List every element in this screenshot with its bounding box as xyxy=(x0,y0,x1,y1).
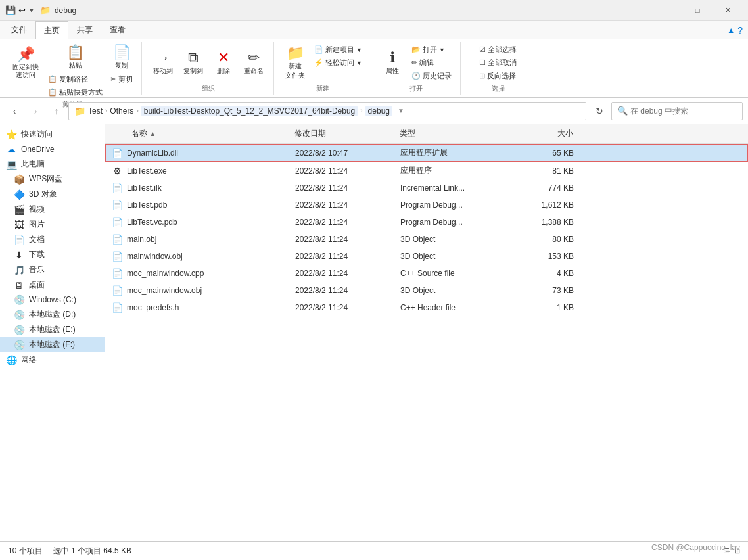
sidebar-item-network[interactable]: 🌐 网络 xyxy=(0,352,105,367)
select-label: 选择 xyxy=(492,83,505,93)
search-input[interactable] xyxy=(630,106,737,116)
breadcrumb-build[interactable]: build-LibTest-Desktop_Qt_5_12_2_MSVC2017… xyxy=(141,106,358,116)
ribbon-tabs: 文件 主页 共享 查看 ▲ ? xyxy=(0,21,748,39)
sidebar-label-f: 本地磁盘 (F:) xyxy=(29,339,75,350)
breadcrumb-others[interactable]: Others xyxy=(110,106,133,116)
quick-access-icon: ⭐ xyxy=(5,129,17,140)
maximize-button[interactable]: □ xyxy=(682,0,713,21)
forward-button[interactable]: › xyxy=(26,102,45,120)
deselect-all-button[interactable]: ☐ 全部取消 xyxy=(476,57,520,69)
sidebar-item-desktop[interactable]: 🖥 桌面 xyxy=(0,277,105,292)
file-row[interactable]: 📄 LibTest.ilk 2022/8/2 11:24 Incremental… xyxy=(105,179,748,197)
file-row[interactable]: 📄 main.obj 2022/8/2 11:24 3D Object 80 K… xyxy=(105,231,748,248)
ribbon-help-icon[interactable]: ? xyxy=(737,25,743,35)
open-label: 打开 xyxy=(409,83,423,93)
paste-shortcut-button[interactable]: 📋 粘贴快捷方式 xyxy=(45,86,106,99)
address-bar[interactable]: 📁 Test › Others › build-LibTest-Desktop_… xyxy=(68,102,586,120)
breadcrumb-test-label: Test xyxy=(88,106,103,116)
copy-button[interactable]: 📄 复制 xyxy=(107,43,136,72)
sidebar-item-documents[interactable]: 📄 文档 xyxy=(0,232,105,247)
title-bar-controls: ─ □ ✕ xyxy=(652,0,743,21)
sidebar-item-quick-access[interactable]: ⭐ 快速访问 xyxy=(0,127,105,142)
paste-button[interactable]: 📋 粘贴 xyxy=(45,43,106,72)
paste-label: 粘贴 xyxy=(69,61,82,70)
invert-selection-button[interactable]: ⊞ 反向选择 xyxy=(476,70,520,82)
file-row[interactable]: 📄 LibTest.pdb 2022/8/2 11:24 Program Deb… xyxy=(105,197,748,214)
column-date[interactable]: 修改日期 xyxy=(289,127,394,141)
file-name: LibTest.pdb xyxy=(127,200,167,210)
file-date: 2022/8/2 11:24 xyxy=(290,182,395,194)
back-button[interactable]: ‹ xyxy=(5,102,24,120)
tab-home[interactable]: 主页 xyxy=(35,21,68,39)
column-type[interactable]: 类型 xyxy=(394,127,513,141)
sidebar-item-3d[interactable]: 🔷 3D 对象 xyxy=(0,187,105,202)
sidebar-item-downloads[interactable]: ⬇ 下载 xyxy=(0,247,105,262)
quick-save-icon[interactable]: 💾 xyxy=(5,5,16,15)
delete-button[interactable]: ✕ 删除 xyxy=(209,43,238,83)
column-size[interactable]: 大小 xyxy=(513,127,578,141)
tab-file[interactable]: 文件 xyxy=(3,21,35,39)
history-button[interactable]: 🕐 历史记录 xyxy=(408,70,455,82)
easy-access-button[interactable]: ⚡ 轻松访问 ▼ xyxy=(311,57,365,69)
new-item-button[interactable]: 📄 新建项目 ▼ xyxy=(311,43,365,56)
up-button[interactable]: ↑ xyxy=(47,102,66,120)
file-date: 2022/8/2 10:47 xyxy=(290,147,395,159)
quick-undo-icon[interactable]: ↩ xyxy=(18,5,26,15)
copy-path-button[interactable]: 📋 复制路径 xyxy=(45,73,106,85)
sidebar-item-e[interactable]: 💿 本地磁盘 (E:) xyxy=(0,322,105,337)
rename-button[interactable]: ✏ 重命名 xyxy=(239,43,268,83)
cut-button[interactable]: ✂ 剪切 xyxy=(107,73,136,85)
refresh-button[interactable]: ↻ xyxy=(590,102,609,120)
pin-to-quick-access-button[interactable]: 📌 固定到快速访问 xyxy=(8,43,43,83)
minimize-button[interactable]: ─ xyxy=(652,0,682,21)
open-button[interactable]: 📂 打开 ▼ xyxy=(408,43,455,56)
tab-share[interactable]: 共享 xyxy=(68,21,101,39)
file-name: main.obj xyxy=(127,235,156,244)
file-size: 73 KB xyxy=(513,285,579,296)
file-row[interactable]: ⚙ LibTest.exe 2022/8/2 11:24 应用程序 81 KB xyxy=(105,162,748,179)
file-row[interactable]: 📄 LibTest.vc.pdb 2022/8/2 11:24 Program … xyxy=(105,214,748,231)
sidebar-item-video[interactable]: 🎬 视频 xyxy=(0,202,105,217)
move-to-button[interactable]: → 移动到 xyxy=(149,43,177,83)
breadcrumb-debug[interactable]: debug xyxy=(365,106,392,116)
open-label: 打开 xyxy=(423,45,437,55)
column-name[interactable]: 名称 ▲ xyxy=(105,127,289,141)
select-all-button[interactable]: ☑ 全部选择 xyxy=(476,43,520,56)
file-row[interactable]: 📄 mainwindow.obj 2022/8/2 11:24 3D Objec… xyxy=(105,248,748,265)
edit-button[interactable]: ✏ 编辑 xyxy=(408,57,455,69)
sidebar-item-d[interactable]: 💿 本地磁盘 (D:) xyxy=(0,307,105,322)
window-icon: 📁 xyxy=(40,5,51,15)
sidebar-item-f[interactable]: 💿 本地磁盘 (F:) xyxy=(0,337,105,352)
delete-icon: ✕ xyxy=(218,51,229,65)
close-button[interactable]: ✕ xyxy=(713,0,743,21)
search-box[interactable]: 🔍 xyxy=(611,102,743,120)
breadcrumb-test[interactable]: Test xyxy=(88,106,103,116)
file-row[interactable]: 📄 moc_mainwindow.cpp 2022/8/2 11:24 C++ … xyxy=(105,265,748,282)
sidebar-item-music[interactable]: 🎵 音乐 xyxy=(0,262,105,277)
quick-dropdown-icon[interactable]: ▼ xyxy=(28,7,35,14)
breadcrumb-debug-label: debug xyxy=(368,106,390,116)
cut-label: 剪切 xyxy=(118,74,133,84)
sidebar-item-pictures[interactable]: 🖼 图片 xyxy=(0,217,105,232)
file-row[interactable]: 📄 moc_mainwindow.obj 2022/8/2 11:24 3D O… xyxy=(105,282,748,299)
sidebar-item-wps[interactable]: 📦 WPS网盘 xyxy=(0,172,105,187)
tab-view[interactable]: 查看 xyxy=(101,21,134,39)
sidebar-label-desktop: 桌面 xyxy=(29,279,45,291)
address-dropdown-icon[interactable]: ▼ xyxy=(398,107,404,114)
sep-2: › xyxy=(136,107,138,114)
copy-to-button[interactable]: ⧉ 复制到 xyxy=(179,43,208,83)
ribbon-group-clipboard: 📌 固定到快速访问 📋 粘贴 📋 复制路径 📋 粘贴快捷方式 xyxy=(3,42,142,95)
dll-icon: 📄 xyxy=(111,148,123,158)
file-name-cell: 📄 moc_mainwindow.cpp xyxy=(106,267,290,280)
properties-button[interactable]: ℹ 属性 xyxy=(378,43,407,83)
new-folder-button[interactable]: 📁 新建文件夹 xyxy=(281,43,310,83)
sidebar-item-c[interactable]: 💿 Windows (C:) xyxy=(0,292,105,307)
sidebar-label-3d: 3D 对象 xyxy=(29,189,57,200)
file-row[interactable]: 📄 DynamicLib.dll 2022/8/2 10:47 应用程序扩展 6… xyxy=(105,144,748,162)
copy-to-icon: ⧉ xyxy=(188,51,199,65)
ribbon-collapse-icon[interactable]: ▲ xyxy=(727,26,735,35)
sidebar-item-onedrive[interactable]: ☁ OneDrive xyxy=(0,142,105,156)
file-row[interactable]: 📄 moc_predefs.h 2022/8/2 11:24 C++ Heade… xyxy=(105,299,748,316)
file-date: 2022/8/2 11:24 xyxy=(290,165,395,177)
sidebar-item-thispc[interactable]: 💻 此电脑 xyxy=(0,156,105,172)
